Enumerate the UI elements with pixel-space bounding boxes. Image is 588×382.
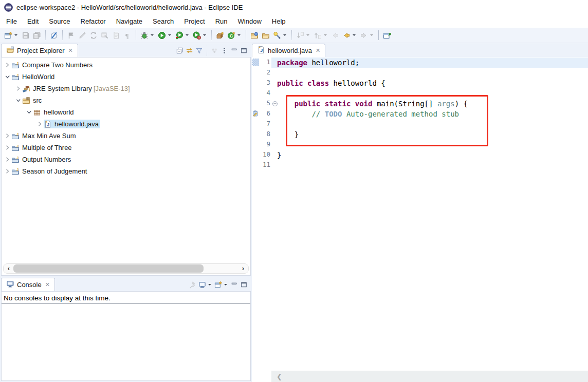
fold-collapse-icon[interactable] <box>272 101 278 107</box>
java-project-icon: J <box>11 167 20 176</box>
tree-item-max-min-ave-sum[interactable]: JMax Min Ave Sum <box>2 130 250 142</box>
open-console-dropdown-icon[interactable] <box>224 284 227 287</box>
menu-navigate[interactable]: Navigate <box>111 15 148 27</box>
back-button[interactable] <box>341 29 358 42</box>
new-java-class-dropdown-icon[interactable] <box>237 34 241 37</box>
tree-item-season-of-judgement[interactable]: JSeason of Judgement <box>2 165 250 177</box>
minimize-button[interactable] <box>229 280 239 289</box>
skip-all-breakpoints-button[interactable] <box>49 29 59 42</box>
tab-project-explorer[interactable]: Project Explorer ✕ <box>1 44 78 57</box>
new-wizard-button[interactable] <box>3 29 20 42</box>
new-java-project-button[interactable] <box>215 29 225 42</box>
code-token: // <box>311 110 324 118</box>
tree-item-helloworld[interactable]: JHelloWorld <box>2 71 250 83</box>
code-line-10[interactable]: } <box>271 150 588 160</box>
menu-help[interactable]: Help <box>267 15 291 27</box>
maximize-button[interactable] <box>239 280 249 289</box>
focus-on-active-task-icon <box>211 47 218 54</box>
open-resource-button[interactable] <box>261 29 271 42</box>
code-line-4[interactable] <box>271 88 588 99</box>
next-annotation-dropdown-icon[interactable] <box>306 34 309 37</box>
code-line-5[interactable]: public static void main(String[] args) { <box>271 99 588 109</box>
open-type-button[interactable] <box>249 29 260 42</box>
minimize-button[interactable] <box>229 46 239 55</box>
display-selected-console-button[interactable] <box>197 280 213 289</box>
scroll-left-icon[interactable]: ‹ <box>5 264 13 273</box>
code-token: public <box>277 79 303 87</box>
maximize-button[interactable] <box>239 46 249 55</box>
code-line-9[interactable] <box>271 140 588 150</box>
scroll-right-icon[interactable]: › <box>239 264 247 273</box>
editor-horizontal-scrollbar[interactable]: ❮ <box>271 371 588 382</box>
previous-annotation-button <box>313 29 329 42</box>
previous-annotation-dropdown-icon[interactable] <box>324 34 327 37</box>
code-line-2[interactable] <box>271 68 588 78</box>
line-number-ruler[interactable]: 1234567891011 <box>259 57 271 371</box>
debug-button[interactable] <box>139 29 156 42</box>
expand-arrow-icon[interactable] <box>4 61 11 69</box>
collapse-arrow-icon[interactable] <box>4 73 11 81</box>
code-editor[interactable]: 1234567891011 package helloworld;public … <box>252 57 588 382</box>
menu-file[interactable]: File <box>1 15 22 27</box>
expand-arrow-icon[interactable] <box>4 132 11 140</box>
filter-button[interactable] <box>194 46 204 55</box>
profile-dropdown-icon[interactable] <box>203 34 206 37</box>
view-menu-button[interactable] <box>219 46 229 55</box>
menu-search[interactable]: Search <box>148 15 179 27</box>
run-dropdown-icon[interactable] <box>168 34 171 37</box>
tree-item-multiple-of-three[interactable]: JMultiple of Three <box>2 142 250 154</box>
tree-item-jre-system-library[interactable]: JRE System Library [JavaSE-13] <box>2 83 250 94</box>
run-button[interactable] <box>157 29 173 42</box>
open-console-button[interactable] <box>213 280 229 289</box>
code-lines[interactable]: package helloworld;public class hellowor… <box>271 57 588 170</box>
menu-refactor[interactable]: Refactor <box>76 15 111 27</box>
expand-arrow-icon[interactable] <box>4 144 11 152</box>
collapse-arrow-icon[interactable] <box>14 97 22 105</box>
menu-project[interactable]: Project <box>179 15 210 27</box>
code-line-7[interactable] <box>271 119 588 129</box>
coverage-button[interactable] <box>174 29 191 42</box>
expand-arrow-icon[interactable] <box>14 85 22 93</box>
code-line-11[interactable] <box>271 160 588 170</box>
link-with-editor-button[interactable] <box>185 46 194 55</box>
menu-source[interactable]: Source <box>44 15 75 27</box>
close-icon[interactable]: ✕ <box>68 47 72 54</box>
tree-item-src[interactable]: src <box>2 94 250 106</box>
menu-run[interactable]: Run <box>210 15 233 27</box>
expand-arrow-icon[interactable] <box>4 156 11 164</box>
close-icon[interactable]: ✕ <box>45 281 50 288</box>
pin-editor-button[interactable] <box>382 29 392 42</box>
profile-button[interactable] <box>192 29 208 42</box>
expand-arrow-icon[interactable] <box>36 120 44 128</box>
annotation-ruler[interactable] <box>252 57 259 371</box>
tree-item-helloworld-java[interactable]: Jhelloworld.java <box>2 118 250 130</box>
scrollbar-thumb[interactable] <box>13 264 204 273</box>
tab-helloworld-java[interactable]: J helloworld.java ✕ <box>252 44 325 57</box>
search-dropdown-icon[interactable] <box>283 34 286 37</box>
code-line-6[interactable]: // TODO Auto-generated method stub <box>271 109 588 119</box>
forward-dropdown-icon[interactable] <box>370 34 373 37</box>
menu-window[interactable]: Window <box>233 15 267 27</box>
code-line-1[interactable]: package helloworld; <box>271 58 588 68</box>
close-icon[interactable]: ✕ <box>316 47 320 54</box>
run-icon <box>158 31 166 40</box>
display-selected-console-dropdown-icon[interactable] <box>208 284 211 287</box>
code-line-3[interactable]: public class helloworld { <box>271 78 588 88</box>
tree-item-helloworld[interactable]: helloworld <box>2 106 250 118</box>
expand-arrow-icon[interactable] <box>4 167 11 176</box>
debug-dropdown-icon[interactable] <box>151 34 154 37</box>
tab-console[interactable]: Console ✕ <box>1 278 55 291</box>
search-button[interactable] <box>272 29 288 42</box>
new-wizard-dropdown-icon[interactable] <box>14 34 17 37</box>
tree-item-output-numbers[interactable]: JOutput Numbers <box>2 154 250 165</box>
new-java-class-button[interactable]: C <box>226 29 243 42</box>
collapse-all-button[interactable] <box>175 46 185 55</box>
coverage-dropdown-icon[interactable] <box>186 34 189 37</box>
toolbar-separator <box>246 30 246 40</box>
menu-edit[interactable]: Edit <box>22 15 44 27</box>
horizontal-scrollbar[interactable]: ‹ › <box>3 263 249 274</box>
collapse-arrow-icon[interactable] <box>25 108 33 117</box>
code-line-8[interactable]: } <box>271 129 588 140</box>
back-dropdown-icon[interactable] <box>353 34 356 37</box>
tree-item-compare-two-numbers[interactable]: JCompare Two Numbers <box>2 59 250 71</box>
